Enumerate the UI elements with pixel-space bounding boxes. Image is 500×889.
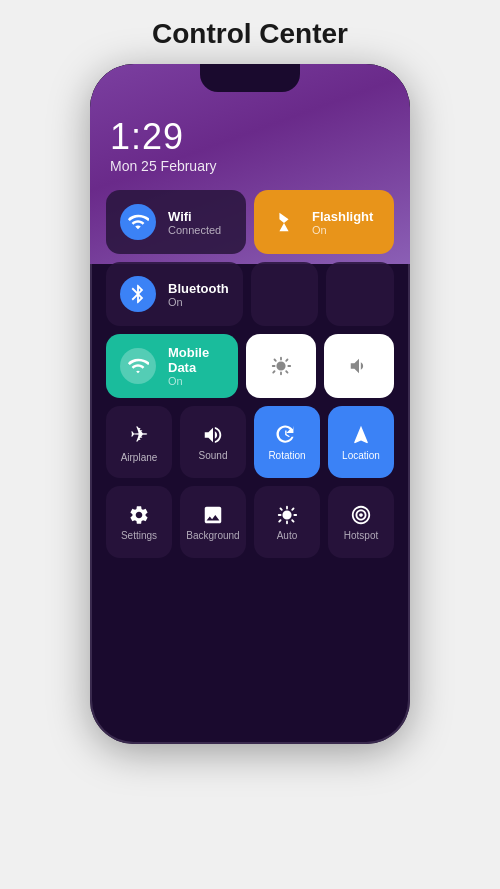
- bluetooth-sub: On: [168, 296, 229, 308]
- row-2: Bluetooth On: [106, 262, 394, 326]
- wifi-tile[interactable]: Wifi Connected: [106, 190, 246, 254]
- bluetooth-icon: [127, 283, 149, 305]
- auto-tile[interactable]: Auto: [254, 486, 320, 558]
- location-tile[interactable]: Location: [328, 406, 394, 478]
- time-section: 1:29 Mon 25 February: [106, 108, 394, 190]
- time-display: 1:29: [110, 116, 390, 158]
- settings-label: Settings: [121, 530, 157, 541]
- row-1: Wifi Connected Flashlight On: [106, 190, 394, 254]
- airplane-tile[interactable]: ✈ Airplane: [106, 406, 172, 478]
- dark-square-2[interactable]: [326, 262, 394, 326]
- rotation-label: Rotation: [268, 450, 305, 461]
- wifi-sub: Connected: [168, 224, 221, 236]
- location-label: Location: [342, 450, 380, 461]
- phone-notch: [200, 64, 300, 92]
- settings-icon: [128, 504, 150, 526]
- auto-label: Auto: [277, 530, 298, 541]
- wifi-label: Wifi: [168, 209, 221, 224]
- auto-icon: [276, 504, 298, 526]
- hotspot-icon: [350, 504, 372, 526]
- flashlight-label: Flashlight: [312, 209, 373, 224]
- background-icon: [202, 504, 224, 526]
- flashlight-tile[interactable]: Flashlight On: [254, 190, 394, 254]
- rotation-icon: [276, 424, 298, 446]
- page-title: Control Center: [152, 18, 348, 50]
- bluetooth-text: Bluetooth On: [168, 281, 229, 308]
- hotspot-label: Hotspot: [344, 530, 378, 541]
- control-grid: Wifi Connected Flashlight On: [106, 190, 394, 724]
- wifi-text: Wifi Connected: [168, 209, 221, 236]
- dark-square-1[interactable]: [251, 262, 319, 326]
- settings-tile[interactable]: Settings: [106, 486, 172, 558]
- flashlight-sub: On: [312, 224, 373, 236]
- mobile-data-icon-circle: [120, 348, 156, 384]
- wifi-icon-circle: [120, 204, 156, 240]
- airplane-icon: ✈: [130, 422, 148, 448]
- mobile-data-sub: On: [168, 375, 224, 387]
- mobile-data-tile[interactable]: Mobile Data On: [106, 334, 238, 398]
- airplane-label: Airplane: [121, 452, 158, 463]
- mobile-data-icon: [127, 355, 149, 377]
- bluetooth-label: Bluetooth: [168, 281, 229, 296]
- flashlight-icon: [273, 211, 295, 233]
- flashlight-text: Flashlight On: [312, 209, 373, 236]
- bluetooth-icon-circle: [120, 276, 156, 312]
- phone-frame: 1:29 Mon 25 February Wifi Connected: [90, 64, 410, 744]
- volume-tile[interactable]: [324, 334, 394, 398]
- brightness-tile[interactable]: [246, 334, 316, 398]
- row-5: Settings Background Auto: [106, 486, 394, 558]
- flashlight-icon-wrap: [268, 206, 300, 238]
- row-3: Mobile Data On: [106, 334, 394, 398]
- mobile-data-label: Mobile Data: [168, 345, 224, 375]
- brightness-icon: [270, 355, 292, 377]
- background-label: Background: [186, 530, 239, 541]
- volume-icon: [348, 355, 370, 377]
- background-tile[interactable]: Background: [180, 486, 246, 558]
- rotation-tile[interactable]: Rotation: [254, 406, 320, 478]
- wifi-icon: [127, 211, 149, 233]
- bluetooth-tile[interactable]: Bluetooth On: [106, 262, 243, 326]
- row-4: ✈ Airplane Sound Rotation: [106, 406, 394, 478]
- mobile-data-text: Mobile Data On: [168, 345, 224, 387]
- sound-icon: [202, 424, 224, 446]
- sound-tile[interactable]: Sound: [180, 406, 246, 478]
- location-icon: [350, 424, 372, 446]
- hotspot-tile[interactable]: Hotspot: [328, 486, 394, 558]
- date-display: Mon 25 February: [110, 158, 390, 174]
- sound-label: Sound: [199, 450, 228, 461]
